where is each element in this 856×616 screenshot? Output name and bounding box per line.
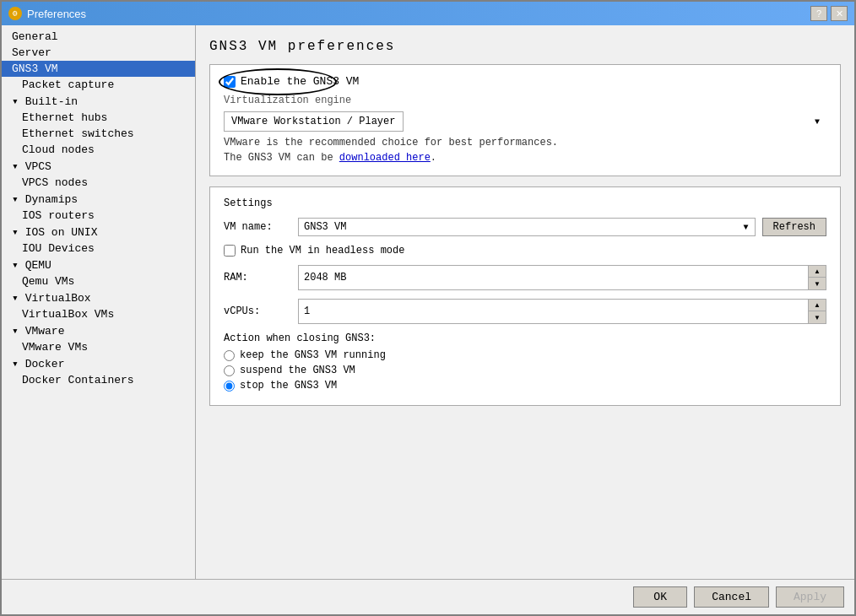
sidebar-item-vpcs[interactable]: ▾ VPCS bbox=[2, 158, 195, 175]
sidebar-item-dynamips[interactable]: ▾ Dynamips bbox=[2, 191, 195, 208]
sidebar-item-ios-routers[interactable]: IOS routers bbox=[2, 208, 195, 224]
apply-button[interactable]: Apply bbox=[776, 586, 844, 608]
sidebar-item-virtualbox[interactable]: ▾ VirtualBox bbox=[2, 289, 195, 306]
action-stop-row: stop the GNS3 VM bbox=[224, 380, 826, 392]
info-text: VMware is the recommended choice for bes… bbox=[224, 135, 826, 165]
sidebar-item-qemu-vms[interactable]: Qemu VMs bbox=[2, 273, 195, 289]
preferences-window: ⚙ Preferences ? ✕ GeneralServerGNS3 VMPa… bbox=[0, 0, 856, 616]
enable-section: Enable the GNS3 VM Virtualization engine… bbox=[209, 64, 841, 176]
ram-spinner: ▲ ▼ bbox=[808, 266, 826, 289]
vm-name-label: VM name: bbox=[224, 221, 291, 233]
ram-up-button[interactable]: ▲ bbox=[809, 266, 826, 278]
sidebar-item-vpcs-nodes[interactable]: VPCS nodes bbox=[2, 175, 195, 191]
vcpus-spinner: ▲ ▼ bbox=[808, 300, 826, 323]
footer-bar: OK Cancel Apply bbox=[2, 579, 854, 614]
content-area: GeneralServerGNS3 VMPacket capture▾ Buil… bbox=[2, 25, 854, 579]
enable-row: Enable the GNS3 VM bbox=[224, 75, 826, 88]
vcpus-up-button[interactable]: ▲ bbox=[809, 300, 826, 311]
settings-label: Settings bbox=[224, 197, 826, 209]
refresh-button[interactable]: Refresh bbox=[762, 218, 826, 236]
virt-dropdown[interactable]: VMware Workstation / Player VirtualBox bbox=[224, 111, 404, 132]
headless-row: Run the VM in headless mode bbox=[224, 245, 826, 257]
title-bar-left: ⚙ Preferences bbox=[8, 7, 86, 20]
enable-checkbox[interactable] bbox=[224, 76, 236, 88]
action-stop-radio[interactable] bbox=[224, 381, 235, 392]
close-button[interactable]: ✕ bbox=[831, 6, 848, 21]
sidebar-item-gns3-vm[interactable]: GNS3 VM bbox=[2, 61, 195, 77]
sidebar-item-ios-on-unix[interactable]: ▾ IOS on UNIX bbox=[2, 224, 195, 240]
ram-down-button[interactable]: ▼ bbox=[809, 278, 826, 289]
sidebar-item-vmware[interactable]: ▾ VMware bbox=[2, 322, 195, 339]
download-link[interactable]: downloaded here bbox=[339, 152, 431, 164]
virt-dropdown-wrapper: VMware Workstation / Player VirtualBox bbox=[224, 111, 826, 132]
title-controls: ? ✕ bbox=[810, 6, 848, 21]
sidebar-item-cloud-nodes[interactable]: Cloud nodes bbox=[2, 142, 195, 158]
ram-input[interactable] bbox=[299, 269, 808, 286]
vcpus-label: vCPUs: bbox=[224, 305, 291, 317]
vm-name-row: VM name: GNS3 VM Refresh bbox=[224, 218, 826, 236]
enable-label: Enable the GNS3 VM bbox=[241, 75, 359, 88]
vm-name-dropdown[interactable]: GNS3 VM bbox=[298, 218, 756, 236]
sidebar-item-built-in[interactable]: ▾ Built-in bbox=[2, 93, 195, 110]
action-suspend-row: suspend the GNS3 VM bbox=[224, 365, 826, 376]
action-suspend-label: suspend the GNS3 VM bbox=[240, 365, 355, 376]
sidebar-item-ethernet-hubs[interactable]: Ethernet hubs bbox=[2, 110, 195, 126]
ram-row: RAM: ▲ ▼ bbox=[224, 265, 826, 290]
sidebar-item-qemu[interactable]: ▾ QEMU bbox=[2, 257, 195, 273]
page-title: GNS3 VM preferences bbox=[209, 39, 841, 54]
sidebar-item-docker-containers[interactable]: Docker Containers bbox=[2, 372, 195, 388]
sidebar-item-vmware-vms[interactable]: VMware VMs bbox=[2, 339, 195, 355]
ok-button[interactable]: OK bbox=[633, 586, 687, 608]
headless-label: Run the VM in headless mode bbox=[241, 245, 404, 257]
cancel-button[interactable]: Cancel bbox=[694, 586, 769, 608]
window-title: Preferences bbox=[27, 8, 86, 20]
ram-label: RAM: bbox=[224, 272, 291, 284]
help-button[interactable]: ? bbox=[810, 6, 827, 21]
virt-dropdown-row: VMware Workstation / Player VirtualBox bbox=[224, 111, 826, 132]
sidebar-item-general[interactable]: General bbox=[2, 29, 195, 45]
vcpus-input-wrapper: ▲ ▼ bbox=[298, 299, 826, 324]
sidebar-item-server[interactable]: Server bbox=[2, 45, 195, 61]
action-label: Action when closing GNS3: bbox=[224, 332, 826, 344]
info-end: . bbox=[431, 152, 436, 164]
vcpus-row: vCPUs: ▲ ▼ bbox=[224, 299, 826, 324]
main-panel: GNS3 VM preferences Enable the GNS3 VM V… bbox=[196, 25, 854, 579]
sidebar-item-virtualbox-vms[interactable]: VirtualBox VMs bbox=[2, 306, 195, 322]
settings-section: Settings VM name: GNS3 VM Refresh Run th… bbox=[209, 186, 841, 406]
sidebar-item-ethernet-switches[interactable]: Ethernet switches bbox=[2, 126, 195, 142]
headless-checkbox[interactable] bbox=[224, 245, 236, 257]
action-keep-label: keep the GNS3 VM running bbox=[240, 349, 386, 361]
vcpus-down-button[interactable]: ▼ bbox=[809, 311, 826, 323]
virt-section-label: Virtualization engine bbox=[224, 95, 826, 106]
action-keep-row: keep the GNS3 VM running bbox=[224, 349, 826, 361]
sidebar-item-iou-devices[interactable]: IOU Devices bbox=[2, 240, 195, 257]
info-line1: VMware is the recommended choice for bes… bbox=[224, 137, 558, 149]
title-bar: ⚙ Preferences ? ✕ bbox=[2, 2, 854, 25]
action-stop-label: stop the GNS3 VM bbox=[240, 380, 337, 392]
sidebar-item-docker[interactable]: ▾ Docker bbox=[2, 355, 195, 372]
ram-input-wrapper: ▲ ▼ bbox=[298, 265, 826, 290]
sidebar-item-packet-capture[interactable]: Packet capture bbox=[2, 77, 195, 93]
action-keep-radio[interactable] bbox=[224, 350, 235, 361]
info-line2: The GNS3 VM can be bbox=[224, 152, 339, 164]
action-group: Action when closing GNS3: keep the GNS3 … bbox=[224, 332, 826, 392]
vm-name-dropdown-wrapper: GNS3 VM bbox=[298, 218, 756, 236]
action-suspend-radio[interactable] bbox=[224, 365, 235, 376]
vcpus-input[interactable] bbox=[299, 303, 808, 320]
sidebar: GeneralServerGNS3 VMPacket capture▾ Buil… bbox=[2, 25, 196, 579]
app-icon: ⚙ bbox=[8, 7, 22, 20]
